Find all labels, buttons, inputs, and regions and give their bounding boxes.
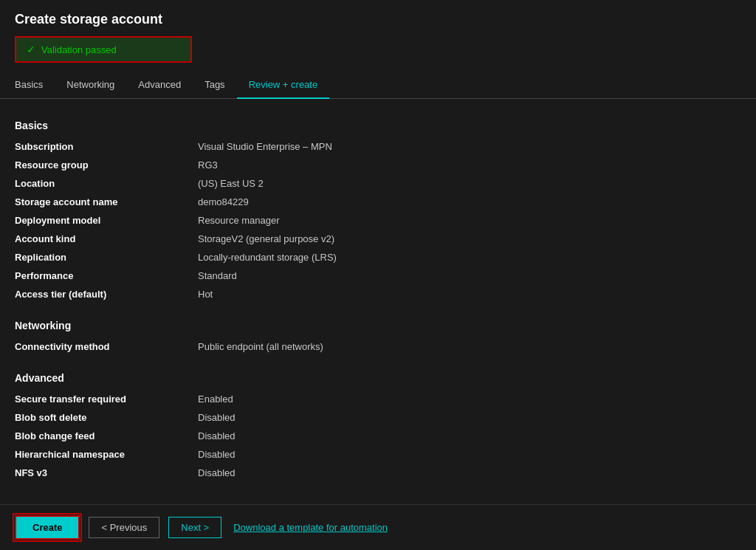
label-account-kind: Account kind (15, 230, 192, 248)
table-row: Blob change feed Disabled (15, 427, 741, 445)
section-basics-header: Basics (15, 120, 741, 131)
label-blob-change-feed: Blob change feed (15, 427, 192, 445)
label-storage-account-name: Storage account name (15, 193, 192, 211)
create-button[interactable]: Create (15, 515, 80, 540)
value-blob-change-feed: Disabled (192, 427, 741, 445)
label-deployment-model: Deployment model (15, 211, 192, 230)
value-connectivity: Public endpoint (all networks) (192, 337, 741, 356)
label-performance: Performance (15, 267, 192, 285)
label-connectivity: Connectivity method (15, 337, 192, 356)
table-row: Access tier (default) Hot (15, 285, 741, 303)
tab-basics[interactable]: Basics (15, 72, 55, 99)
networking-table: Connectivity method Public endpoint (all… (15, 337, 741, 356)
page-container: Create storage account ✓ Validation pass… (0, 0, 756, 550)
tabs-container: Basics Networking Advanced Tags Review +… (0, 72, 756, 99)
label-resource-group: Resource group (15, 156, 192, 174)
section-networking-header: Networking (15, 320, 741, 331)
tab-tags[interactable]: Tags (193, 72, 236, 99)
table-row: Secure transfer required Enabled (15, 390, 741, 408)
value-replication: Locally-redundant storage (LRS) (192, 248, 741, 267)
value-account-kind: StorageV2 (general purpose v2) (192, 230, 741, 248)
table-row: NFS v3 Disabled (15, 464, 741, 482)
label-blob-soft-delete: Blob soft delete (15, 408, 192, 427)
download-template-link[interactable]: Download a template for automation (233, 522, 388, 533)
content-area: Basics Subscription Visual Studio Enterp… (0, 99, 756, 504)
label-hierarchical-namespace: Hierarchical namespace (15, 445, 192, 464)
tab-review-create[interactable]: Review + create (237, 72, 330, 99)
value-nfs-v3: Disabled (192, 464, 741, 482)
value-hierarchical-namespace: Disabled (192, 445, 741, 464)
validation-banner: ✓ Validation passed (15, 36, 192, 63)
value-deployment-model: Resource manager (192, 211, 741, 230)
value-access-tier: Hot (192, 285, 741, 303)
label-location: Location (15, 174, 192, 193)
label-subscription: Subscription (15, 137, 192, 156)
tab-advanced[interactable]: Advanced (126, 72, 193, 99)
header: Create storage account ✓ Validation pass… (0, 0, 756, 63)
tab-networking[interactable]: Networking (55, 72, 126, 99)
table-row: Replication Locally-redundant storage (L… (15, 248, 741, 267)
value-secure-transfer: Enabled (192, 390, 741, 408)
table-row: Blob soft delete Disabled (15, 408, 741, 427)
label-access-tier: Access tier (default) (15, 285, 192, 303)
table-row: Performance Standard (15, 267, 741, 285)
value-resource-group: RG3 (192, 156, 741, 174)
previous-button[interactable]: < Previous (89, 517, 159, 538)
basics-table: Subscription Visual Studio Enterprise – … (15, 137, 741, 303)
value-storage-account-name: demo84229 (192, 193, 741, 211)
value-blob-soft-delete: Disabled (192, 408, 741, 427)
table-row: Hierarchical namespace Disabled (15, 445, 741, 464)
validation-check-icon: ✓ (27, 44, 35, 55)
table-row: Location (US) East US 2 (15, 174, 741, 193)
table-row: Account kind StorageV2 (general purpose … (15, 230, 741, 248)
table-row: Deployment model Resource manager (15, 211, 741, 230)
label-replication: Replication (15, 248, 192, 267)
table-row: Storage account name demo84229 (15, 193, 741, 211)
table-row: Connectivity method Public endpoint (all… (15, 337, 741, 356)
value-subscription: Visual Studio Enterprise – MPN (192, 137, 741, 156)
footer: Create < Previous Next > Download a temp… (0, 504, 756, 550)
section-advanced-header: Advanced (15, 372, 741, 384)
value-location: (US) East US 2 (192, 174, 741, 193)
table-row: Subscription Visual Studio Enterprise – … (15, 137, 741, 156)
table-row: Resource group RG3 (15, 156, 741, 174)
advanced-table: Secure transfer required Enabled Blob so… (15, 390, 741, 482)
page-title: Create storage account (15, 12, 741, 27)
validation-text: Validation passed (41, 44, 117, 55)
label-secure-transfer: Secure transfer required (15, 390, 192, 408)
value-performance: Standard (192, 267, 741, 285)
next-button[interactable]: Next > (168, 517, 221, 538)
label-nfs-v3: NFS v3 (15, 464, 192, 482)
